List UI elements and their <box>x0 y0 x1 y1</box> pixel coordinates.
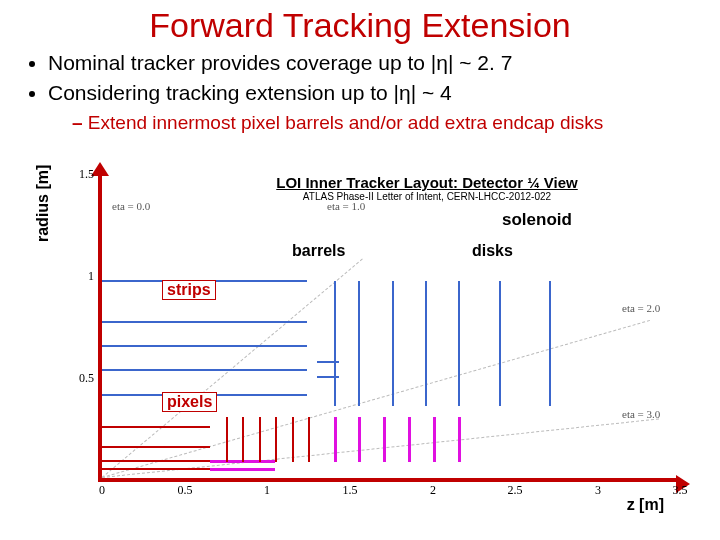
pixel-disk <box>226 417 228 462</box>
pixel-disk-extension <box>458 417 461 462</box>
pixel-disk <box>275 417 277 462</box>
sub-bullet: Extend innermost pixel barrels and/or ad… <box>0 110 720 134</box>
strip-barrel <box>102 321 307 323</box>
barrels-annotation: barrels <box>292 242 345 260</box>
strip-disk <box>549 281 551 406</box>
pixel-disk <box>292 417 294 462</box>
pixel-disk <box>259 417 261 462</box>
bullet-item: Nominal tracker provides coverage up to … <box>48 49 700 77</box>
strip-barrel <box>102 369 307 371</box>
x-tick: 3 <box>583 483 613 498</box>
chart-title-box: LOI Inner Tracker Layout: Detector ¼ Vie… <box>252 174 602 202</box>
pixel-barrel <box>102 446 210 448</box>
pixel-barrel <box>102 468 210 470</box>
y-tick: 1 <box>70 269 94 284</box>
solenoid-label: solenoid <box>502 210 572 230</box>
pixel-disk-extension <box>383 417 386 462</box>
x-tick: 2.5 <box>500 483 530 498</box>
strip-disk <box>425 281 427 406</box>
x-tick: 0 <box>87 483 117 498</box>
y-tick: 1.5 <box>70 167 94 182</box>
pixel-disk <box>308 417 310 462</box>
strip-disk <box>499 281 501 406</box>
x-tick: 2 <box>418 483 448 498</box>
plot-area: LOI Inner Tracker Layout: Detector ¼ Vie… <box>98 172 678 482</box>
chart-subtitle: ATLAS Phase-II Letter of Intent, CERN-LH… <box>252 191 602 202</box>
eta-label: eta = 0.0 <box>112 200 150 212</box>
y-axis-label: radius [m] <box>34 165 52 242</box>
bullet-item: Considering tracking extension up to |η|… <box>48 79 700 107</box>
x-axis-label: z [m] <box>627 496 664 514</box>
strips-annotation: strips <box>162 280 216 300</box>
eta-label: eta = 2.0 <box>622 302 660 314</box>
strip-disk <box>458 281 460 406</box>
pixel-disk-extension <box>334 417 337 462</box>
eta-label: eta = 3.0 <box>622 408 660 420</box>
chart-title: LOI Inner Tracker Layout: Detector ¼ Vie… <box>252 174 602 191</box>
x-tick: 1.5 <box>335 483 365 498</box>
pixel-disk-extension <box>358 417 361 462</box>
pixel-disk-extension <box>433 417 436 462</box>
x-tick: 0.5 <box>170 483 200 498</box>
pixel-barrel-extension <box>210 468 275 471</box>
bullet-list: Nominal tracker provides coverage up to … <box>0 49 720 108</box>
strip-disk <box>334 281 336 406</box>
disks-annotation: disks <box>472 242 513 260</box>
pixel-barrel <box>102 426 210 428</box>
strip-disk <box>392 281 394 406</box>
x-tick: 1 <box>252 483 282 498</box>
strip-disk <box>358 281 360 406</box>
pixel-disk-extension <box>408 417 411 462</box>
tracker-layout-chart: radius [m] z [m] LOI Inner Tracker Layou… <box>40 172 700 512</box>
strip-barrel <box>102 345 307 347</box>
slide-title: Forward Tracking Extension <box>0 0 720 49</box>
pixel-disk <box>242 417 244 462</box>
eta-label: eta = 1.0 <box>327 200 365 212</box>
pixels-annotation: pixels <box>162 392 217 412</box>
pixel-barrel <box>102 460 210 462</box>
x-tick: 3.5 <box>665 483 695 498</box>
y-tick: 0.5 <box>70 371 94 386</box>
